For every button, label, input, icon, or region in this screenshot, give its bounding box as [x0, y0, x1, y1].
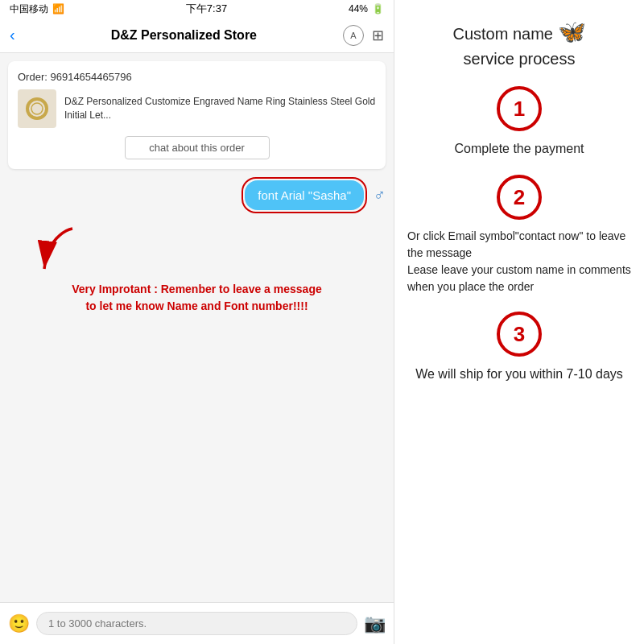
svg-point-1 [31, 103, 43, 114]
bubble-wrapper: font Arial "Sasha" [242, 177, 367, 213]
svg-point-0 [27, 99, 47, 118]
step-3-block: 3 We will ship for you within 7-10 days [407, 312, 631, 384]
title-line2: service process [452, 47, 585, 70]
important-line2: to let me know Name and Font number!!!! [16, 298, 378, 315]
time-label: 下午7:37 [186, 2, 227, 16]
status-bar: 中国移动 📶 下午7:37 44% 🔋 [0, 0, 394, 18]
step-1-text: Complete the payment [407, 139, 631, 159]
arrow-container [16, 221, 97, 281]
emoji-button[interactable]: 🙂 [8, 613, 30, 634]
chat-order-button[interactable]: chat about this order [125, 136, 270, 159]
title-line1: Custom name 🦋 [452, 16, 585, 47]
status-right: 44% 🔋 [349, 3, 384, 14]
step-2-block: 2 Or click Email symbol"contact now" to … [407, 175, 631, 295]
gender-icon: ♂ [374, 186, 386, 204]
back-button[interactable]: ‹ [10, 26, 15, 44]
step-3-circle: 3 [497, 312, 542, 357]
product-name: D&Z Personalized Customize Engraved Name… [64, 95, 376, 122]
battery-label: 44% [349, 3, 368, 14]
nav-bar: ‹ D&Z Personalized Store A ⊞ [0, 18, 394, 53]
title-text: Custom name 🦋 service process [452, 16, 585, 70]
step-3-text: We will ship for you within 7-10 days [407, 365, 631, 384]
step-2-line2: Lease leave your custom name in comments… [407, 262, 631, 295]
order-product: D&Z Personalized Customize Engraved Name… [18, 89, 376, 128]
important-text: Very Improtant : Remenber to leave a mes… [16, 281, 378, 315]
step-1-block: 1 Complete the payment [407, 86, 631, 159]
message-row: font Arial "Sasha" ♂ [8, 177, 386, 213]
butterfly-icon: 🦋 [558, 19, 586, 44]
order-id: Order: 96914654465796 [18, 71, 376, 83]
right-panel: Custom name 🦋 service process 1 Complete… [394, 0, 644, 644]
nav-grid-icon[interactable]: ⊞ [372, 27, 384, 44]
status-left: 中国移动 📶 [10, 2, 64, 16]
order-card: Order: 96914654465796 D&Z Personalized C… [8, 61, 386, 169]
right-panel-title: Custom name 🦋 service process [407, 16, 631, 70]
step-1-circle: 1 [497, 86, 542, 131]
camera-button[interactable]: 📷 [364, 613, 386, 634]
message-bubble: font Arial "Sasha" [245, 180, 364, 210]
product-thumbnail [18, 89, 56, 128]
step-2-circle: 2 [497, 175, 542, 220]
carrier-label: 中国移动 [10, 2, 48, 16]
chat-area: Order: 96914654465796 D&Z Personalized C… [0, 53, 394, 602]
left-panel: 中国移动 📶 下午7:37 44% 🔋 ‹ D&Z Personalized S… [0, 0, 394, 644]
wifi-icon: 📶 [52, 3, 64, 14]
step-2-line1: Or click Email symbol"contact now" to le… [407, 228, 631, 262]
store-title: D&Z Personalized Store [25, 28, 343, 43]
arrow-section: Very Improtant : Remenber to leave a mes… [8, 221, 386, 315]
nav-avatar-icon[interactable]: A [343, 25, 364, 46]
nav-icons: A ⊞ [343, 25, 384, 46]
battery-icon: 🔋 [372, 3, 384, 14]
step-2-text: Or click Email symbol"contact now" to le… [407, 228, 631, 295]
input-bar: 🙂 📷 [0, 602, 394, 644]
important-line1: Very Improtant : Remenber to leave a mes… [16, 281, 378, 298]
message-input[interactable] [36, 612, 357, 635]
message-text: font Arial "Sasha" [258, 188, 351, 202]
